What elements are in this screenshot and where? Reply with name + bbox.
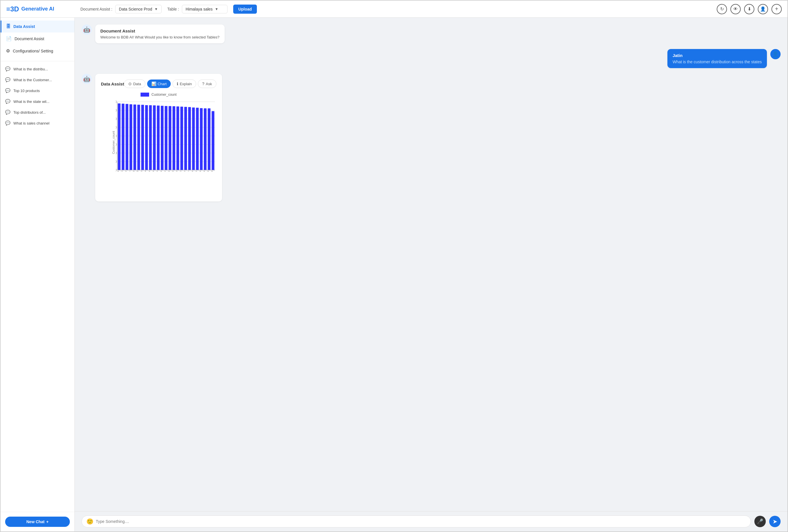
svg-text:600: 600 [116, 143, 117, 146]
bubble-title: Document Assist [100, 28, 219, 33]
svg-text:1200: 1200 [116, 117, 117, 121]
svg-rect-40 [161, 106, 164, 170]
eye-icon[interactable]: 👁 [730, 4, 741, 14]
sidebar-bottom: New Chat + [1, 512, 74, 531]
gear-icon: ⚙ [6, 48, 10, 54]
svg-rect-26 [133, 105, 136, 170]
plus-icon[interactable]: + [771, 4, 782, 14]
chevron-down-icon: ▼ [155, 7, 158, 11]
tab-chart[interactable]: 📊 Chart [147, 80, 171, 88]
header-controls: Document Assist : Data Science Prod ▼ Ta… [80, 4, 782, 14]
tab-data[interactable]: ⊙ Data [124, 80, 145, 88]
chat-icon: 💬 [5, 99, 11, 104]
history-item[interactable]: 💬 Top distributors of... [1, 107, 74, 118]
chart-wrapper: Customer_count Customer_count 0200400600… [101, 93, 216, 196]
bar-chart: 02004006008001000120014001600ArizonaColo… [116, 99, 216, 171]
send-button[interactable]: ➤ [769, 516, 781, 527]
chart-area: Customer_count 0200400600800100012001400… [101, 99, 216, 196]
history-item[interactable]: 💬 What is the state wil... [1, 96, 74, 107]
data-card-tabs: ⊙ Data 📊 Chart ℹ Explain [124, 80, 216, 88]
chat-icon: 💬 [5, 66, 11, 71]
user-icon[interactable]: 👤 [758, 4, 768, 14]
legend-label: Customer_count [151, 93, 176, 97]
history-item[interactable]: 💬 What is the distribu... [1, 64, 74, 74]
user-query: What is the customer distribution across… [672, 60, 762, 64]
svg-rect-30 [141, 105, 144, 170]
download-icon[interactable]: ⬇ [744, 4, 754, 14]
svg-rect-58 [196, 108, 199, 170]
svg-text:1600: 1600 [116, 100, 117, 103]
refresh-icon[interactable]: ↻ [717, 4, 727, 14]
bot-avatar: 🤖 [81, 74, 92, 84]
bot-message-row: 🤖 Document Assist Welcome to BDB AI! Wha… [81, 24, 781, 43]
svg-rect-32 [145, 105, 148, 170]
new-chat-button[interactable]: New Chat + [5, 517, 70, 527]
svg-rect-42 [165, 106, 168, 170]
svg-rect-56 [192, 107, 195, 170]
history-item[interactable]: 💬 What is the Customer... [1, 74, 74, 85]
svg-rect-18 [118, 103, 121, 170]
data-tab-icon: ⊙ [128, 82, 132, 86]
document-assist-select[interactable]: Data Science Prod ▼ [115, 5, 162, 14]
svg-rect-44 [169, 106, 171, 170]
tab-explain[interactable]: ℹ Explain [173, 80, 196, 88]
svg-rect-54 [188, 107, 191, 170]
user-message-row: 👤 Jatin What is the customer distributio… [81, 49, 781, 68]
chat-messages: 🤖 Document Assist Welcome to BDB AI! Wha… [75, 18, 787, 511]
svg-rect-50 [180, 107, 183, 170]
document-icon: 📄 [6, 36, 12, 41]
svg-rect-20 [122, 104, 124, 170]
sidebar: 🗄 Data Assist 📄 Document Assist ⚙ Config… [1, 18, 75, 531]
sidebar-item-config[interactable]: ⚙ Configurations/ Setting [1, 45, 74, 57]
svg-rect-22 [125, 104, 128, 170]
sidebar-item-data-assist[interactable]: 🗄 Data Assist [1, 21, 74, 33]
document-assist-label: Document Assist : [80, 7, 112, 12]
data-card-header: Data Assist ⊙ Data 📊 Chart [101, 80, 216, 88]
svg-rect-64 [208, 108, 211, 170]
user-name: Jatin [672, 53, 762, 58]
history-item[interactable]: 💬 Top 10 products [1, 85, 74, 96]
chat-icon: 💬 [5, 88, 11, 93]
input-wrapper: 🙂 [81, 515, 751, 528]
svg-rect-60 [200, 108, 203, 170]
svg-rect-48 [176, 107, 179, 170]
bot-avatar: 🤖 [81, 24, 92, 35]
svg-rect-36 [153, 105, 156, 170]
tab-ask[interactable]: ? Ask [198, 80, 216, 88]
chat-icon: 💬 [5, 77, 11, 82]
mic-button[interactable]: 🎤 [754, 516, 766, 527]
table-select[interactable]: Himalaya sales ▼ [182, 5, 228, 14]
bot-message-bubble: Document Assist Welcome to BDB AI! What … [95, 24, 225, 43]
chat-icon: 💬 [5, 110, 11, 115]
upload-button[interactable]: Upload [233, 4, 257, 14]
svg-rect-66 [212, 111, 214, 170]
chart-tab-icon: 📊 [151, 82, 156, 86]
bubble-text: Welcome to BDB AI! What Would you like t… [100, 35, 219, 39]
chat-icon: 💬 [5, 121, 11, 126]
data-card-row: 🤖 Data Assist ⊙ Data 📊 [81, 74, 781, 202]
ask-tab-icon: ? [202, 82, 204, 86]
sidebar-nav: 🗄 Data Assist 📄 Document Assist ⚙ Config… [1, 18, 74, 60]
data-assist-card: Data Assist ⊙ Data 📊 Chart [95, 74, 222, 202]
database-icon: 🗄 [6, 24, 11, 29]
svg-rect-28 [137, 105, 140, 170]
sidebar-divider [1, 61, 74, 61]
sidebar-item-document-assist[interactable]: 📄 Document Assist [1, 33, 74, 45]
svg-text:1000: 1000 [116, 126, 117, 129]
table-field: Table : Himalaya sales ▼ [168, 5, 228, 14]
chat-input[interactable] [96, 519, 746, 524]
user-message-bubble: Jatin What is the customer distribution … [667, 49, 767, 68]
main-layout: 🗄 Data Assist 📄 Document Assist ⚙ Config… [1, 18, 787, 531]
svg-text:1400: 1400 [116, 109, 117, 112]
table-label: Table : [168, 7, 179, 12]
svg-text:200: 200 [116, 160, 117, 163]
history-item[interactable]: 💬 What is sales channel [1, 118, 74, 128]
logo-text: Generative AI [21, 6, 54, 12]
svg-rect-46 [173, 106, 175, 170]
svg-rect-34 [149, 105, 152, 170]
svg-text:800: 800 [116, 135, 117, 138]
chevron-down-icon: ▼ [215, 7, 218, 11]
emoji-icon[interactable]: 🙂 [86, 518, 94, 525]
data-card-title: Data Assist [101, 82, 124, 86]
logo-icon: ≡3D [6, 5, 19, 13]
